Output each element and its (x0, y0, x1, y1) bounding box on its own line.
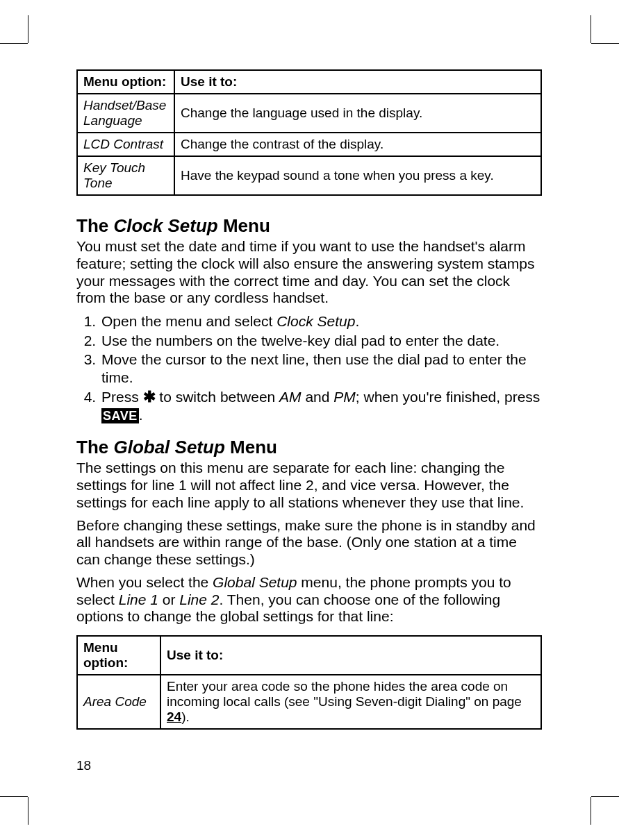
table-header-use: Use it to: (160, 636, 541, 675)
step-text: ; when you're finished, press (356, 389, 540, 405)
step-text: Press (101, 389, 143, 405)
step-italic: Clock Setup (277, 313, 355, 329)
table-header-option: Menu option: (77, 70, 174, 94)
table-row: Handset/Base Language Change the languag… (77, 94, 541, 133)
heading-suffix: Menu (225, 437, 277, 457)
p3-italic: Global Setup (213, 574, 297, 590)
option-desc: Change the language used in the display. (174, 94, 541, 133)
option-name: Handset/Base Language (77, 94, 174, 133)
option-desc: Have the keypad sound a tone when you pr… (174, 156, 541, 195)
table-header-option: Menu option: (77, 636, 160, 675)
heading-suffix: Menu (218, 215, 270, 236)
option-name: Key Touch Tone (77, 156, 174, 195)
section-heading-global-setup: The Global Setup Menu (76, 437, 542, 458)
list-item: Press ✱ to switch between AM and PM; whe… (100, 388, 542, 425)
list-item: Use the numbers on the twelve-key dial p… (100, 332, 542, 350)
heading-italic: Clock Setup (113, 215, 217, 236)
p3-text: or (158, 591, 179, 607)
step-italic: PM (333, 389, 356, 405)
table-row: Key Touch Tone Have the keypad sound a t… (77, 156, 541, 195)
p3-text: When you select the (76, 574, 213, 590)
crop-mark (28, 797, 28, 825)
menu-options-table-1: Menu option: Use it to: Handset/Base Lan… (76, 69, 542, 196)
step-text: to switch between (156, 389, 280, 405)
crop-mark (591, 796, 619, 797)
step-text: . (355, 313, 359, 329)
step-text: Open the menu and select (101, 313, 277, 329)
heading-prefix: The (76, 437, 113, 457)
desc-text: Enter your area code so the phone hides … (167, 679, 522, 709)
table-row: Area Code Enter your area code so the ph… (77, 675, 541, 729)
list-item: Open the menu and select Clock Setup. (100, 312, 542, 330)
save-softkey-label: SAVE (101, 408, 139, 423)
section-heading-clock-setup: The Clock Setup Menu (76, 215, 542, 237)
step-text: . (139, 407, 143, 423)
global-setup-p2: Before changing these settings, make sur… (76, 517, 542, 569)
global-setup-p1: The settings on this menu are separate f… (76, 460, 542, 511)
heading-prefix: The (76, 215, 113, 236)
option-desc: Enter your area code so the phone hides … (160, 675, 541, 729)
crop-mark (591, 797, 591, 825)
page-content: Menu option: Use it to: Handset/Base Lan… (76, 69, 542, 730)
option-desc: Change the contrast of the display. (174, 133, 541, 156)
clock-setup-steps: Open the menu and select Clock Setup. Us… (76, 312, 542, 424)
table-header-use: Use it to: (174, 70, 541, 94)
list-item: Move the cursor to the next line, then u… (100, 351, 542, 386)
option-name: LCD Contrast (77, 133, 174, 156)
page-number: 18 (76, 758, 91, 773)
clock-setup-paragraph: You must set the date and time if you wa… (76, 238, 542, 307)
crop-mark (591, 15, 591, 43)
crop-mark (591, 43, 619, 44)
table-row: LCD Contrast Change the contrast of the … (77, 133, 541, 156)
crop-mark (0, 43, 28, 44)
crop-mark (0, 796, 28, 797)
global-setup-p3: When you select the Global Setup menu, t… (76, 574, 542, 625)
desc-text: ). (181, 709, 190, 724)
heading-italic: Global Setup (113, 437, 224, 457)
star-key-icon: ✱ (143, 388, 156, 405)
step-text: and (302, 389, 334, 405)
p3-italic: Line 1 (119, 591, 158, 607)
crop-mark (28, 15, 28, 43)
step-italic: AM (279, 389, 302, 405)
page-reference-link[interactable]: 24 (167, 709, 181, 724)
menu-options-table-2: Menu option: Use it to: Area Code Enter … (76, 635, 542, 730)
p3-italic: Line 2 (179, 591, 219, 607)
option-name: Area Code (77, 675, 160, 729)
